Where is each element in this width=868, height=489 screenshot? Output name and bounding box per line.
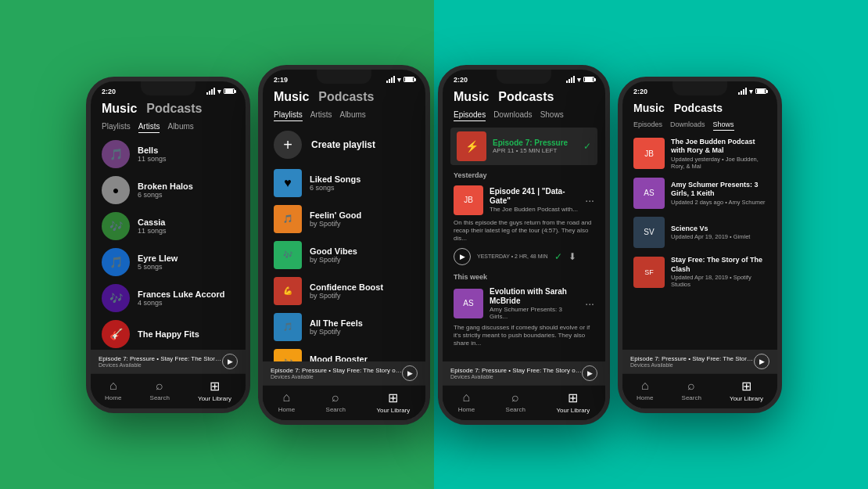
home-icon-4: ⌂	[641, 379, 649, 393]
playlist-item[interactable]: 💪 Confidence Boost by Spotify	[263, 273, 425, 309]
show-item[interactable]: SF Stay Free: The Story of The Clash Upd…	[622, 252, 777, 292]
bottom-library-1[interactable]: ⊞ Your Library	[198, 379, 231, 402]
playlist-item[interactable]: 🎵 Feelin' Good by Spotify	[263, 201, 425, 237]
show-item[interactable]: AS Amy Schumer Presents: 3 Girls, 1 Keit…	[622, 174, 777, 213]
battery-3	[583, 77, 594, 82]
bottom-home-1[interactable]: ⌂ Home	[105, 379, 121, 402]
ep-hl-sub: APR 11 • 15 MIN LEFT	[493, 147, 577, 154]
now-playing-1[interactable]: Episode 7: Pressure • Stay Free: The Sto…	[91, 350, 246, 373]
tab-music-3[interactable]: Music	[454, 90, 489, 104]
search-label-4: Search	[682, 394, 701, 401]
sub-artists-1[interactable]: Artists	[138, 122, 160, 133]
home-label-3: Home	[458, 406, 475, 413]
library-icon-1: ⊞	[210, 379, 220, 394]
playlist-info: Mood Booster by Spotify	[310, 354, 414, 361]
sub-episodes-4[interactable]: Episodes	[633, 120, 662, 131]
more-icon[interactable]: ···	[585, 194, 594, 207]
battery-4	[755, 88, 766, 94]
create-playlist-item[interactable]: + Create playlist	[263, 124, 425, 165]
signal-4	[738, 88, 747, 95]
play-button[interactable]: ▶	[454, 248, 471, 265]
sub-episodes-3[interactable]: Episodes	[454, 110, 486, 121]
app-container: 2:20 ▾ Music P	[0, 0, 868, 489]
search-icon-3: ⌕	[511, 390, 519, 405]
bar	[209, 91, 210, 95]
home-label-1: Home	[105, 394, 121, 401]
sub-downloads-3[interactable]: Downloads	[493, 110, 532, 121]
status-icons-2: ▾	[386, 76, 414, 84]
now-playing-4[interactable]: Episode 7: Pressure • Stay Free: The Sto…	[622, 350, 777, 373]
ep-controls: ▶ YESTERDAY • 2 HR, 48 MIN ✓ ⬇	[454, 248, 594, 265]
download-icon[interactable]: ⬇	[569, 251, 576, 262]
sub-artists-2[interactable]: Artists	[310, 110, 332, 121]
artist-item[interactable]: 🎶 Frances Luke Accord 4 songs	[91, 280, 246, 316]
episode-item-2[interactable]: AS Evolution with Sarah McBride Amy Schu…	[443, 282, 605, 353]
now-playing-3[interactable]: Episode 7: Pressure • Stay Free: The Sto…	[443, 361, 605, 385]
bottom-search-4[interactable]: ⌕ Search	[682, 379, 701, 402]
notch-3	[497, 70, 551, 84]
tab-music-1[interactable]: Music	[102, 102, 137, 116]
sub-albums-2[interactable]: Albums	[339, 110, 365, 121]
np-play-3[interactable]: ▶	[582, 365, 597, 381]
playlist-item[interactable]: ♥ Liked Songs 6 songs	[263, 165, 425, 201]
np-title-1: Episode 7: Pressure • Stay Free: The Sto…	[99, 355, 222, 362]
show-item[interactable]: JB The Joe Budden Podcast with Rory & Ma…	[622, 134, 777, 174]
tab-music-2[interactable]: Music	[274, 90, 309, 104]
show-item[interactable]: SV Science Vs Updated Apr 19, 2019 • Gim…	[622, 213, 777, 252]
artist-item[interactable]: 🎵 Bells 11 songs	[91, 136, 246, 172]
sub-playlists-2[interactable]: Playlists	[274, 110, 303, 121]
show-title: The Joe Budden Podcast with Rory & Mal	[671, 138, 766, 156]
bar	[391, 77, 393, 83]
bar	[573, 76, 575, 83]
bottom-home-3[interactable]: ⌂ Home	[458, 390, 475, 414]
tab-podcasts-4[interactable]: Podcasts	[674, 102, 723, 114]
artist-name: Frances Luke Accord	[138, 289, 235, 299]
tab-podcasts-3[interactable]: Podcasts	[498, 90, 554, 104]
playlist-item[interactable]: 🎶 Good Vibes by Spotify	[263, 237, 425, 273]
home-icon-1: ⌂	[109, 379, 117, 393]
ep-sub: The Joe Budden Podcast with...	[490, 206, 579, 213]
bottom-home-2[interactable]: ⌂ Home	[278, 390, 295, 414]
show-title: Stay Free: The Story of The Clash	[671, 256, 766, 274]
bottom-search-1[interactable]: ⌕ Search	[150, 379, 170, 402]
tab-music-4[interactable]: Music	[633, 102, 665, 114]
np-play-2[interactable]: ▶	[402, 365, 418, 381]
ep-info: Episode 241 | "Data-Gate" The Joe Budden…	[490, 187, 579, 213]
episode-highlight[interactable]: ⚡ Episode 7: Pressure APR 11 • 15 MIN LE…	[450, 128, 597, 165]
artist-name: The Happy Fits	[138, 329, 235, 339]
phones-row: 2:20 ▾ Music P	[86, 65, 782, 425]
more-icon-2[interactable]: ···	[585, 297, 594, 310]
bottom-bar-1: ⌂ Home ⌕ Search ⊞ Your Library	[91, 373, 246, 408]
np-play-1[interactable]: ▶	[222, 354, 238, 369]
bottom-library-4[interactable]: ⊞ Your Library	[730, 379, 763, 402]
tab-podcasts-2[interactable]: Podcasts	[318, 90, 374, 104]
playlist-sub: by Spotify	[310, 256, 414, 264]
sub-downloads-4[interactable]: Downloads	[670, 120, 705, 131]
np-play-4[interactable]: ▶	[754, 354, 769, 369]
bottom-search-2[interactable]: ⌕ Search	[326, 390, 346, 414]
artist-item[interactable]: 🎸 The Happy Fits	[91, 316, 246, 350]
show-thumb: SF	[633, 257, 665, 288]
bottom-search-3[interactable]: ⌕ Search	[506, 390, 525, 414]
artist-sub: 4 songs	[138, 299, 235, 307]
sub-albums-1[interactable]: Albums	[167, 122, 193, 133]
now-playing-2[interactable]: Episode 7: Pressure • Stay Free: The Sto…	[263, 361, 425, 385]
artist-item[interactable]: ● Broken Halos 6 songs	[91, 172, 246, 208]
playlist-item[interactable]: 🎶 Mood Booster by Spotify	[263, 345, 425, 361]
tab-podcasts-1[interactable]: Podcasts	[146, 102, 202, 116]
artist-item[interactable]: 🎶 Cassia 11 songs	[91, 208, 246, 244]
sub-playlists-1[interactable]: Playlists	[102, 122, 131, 133]
shows-list: JB The Joe Budden Podcast with Rory & Ma…	[622, 134, 777, 350]
bottom-home-4[interactable]: ⌂ Home	[637, 379, 653, 402]
sub-shows-3[interactable]: Shows	[540, 110, 564, 121]
artist-item[interactable]: 🎵 Eyre Llew 5 songs	[91, 244, 246, 280]
bar	[213, 88, 215, 95]
playlist-name: Good Vibes	[310, 246, 414, 256]
show-title: Amy Schumer Presents: 3 Girls, 1 Keith	[671, 181, 766, 199]
playlist-item[interactable]: 🎵 All The Feels by Spotify	[263, 309, 425, 345]
sub-shows-4[interactable]: Shows	[713, 120, 734, 131]
bottom-library-3[interactable]: ⊞ Your Library	[556, 390, 590, 414]
episode-item[interactable]: JB Episode 241 | "Data-Gate" The Joe Bud…	[443, 181, 605, 270]
header-4: Music Podcasts	[622, 97, 777, 117]
bottom-library-2[interactable]: ⊞ Your Library	[376, 390, 410, 414]
